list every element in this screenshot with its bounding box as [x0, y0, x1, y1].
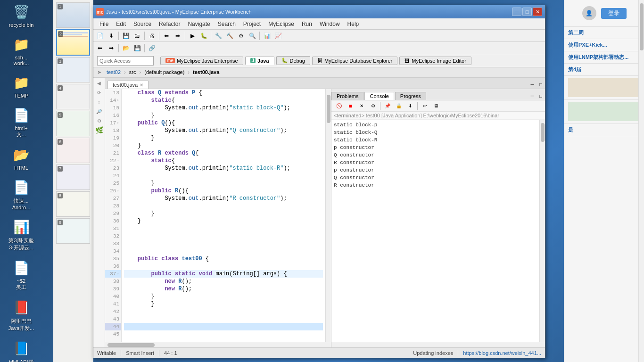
console-scroll-end-btn[interactable]: ⬇	[405, 101, 415, 111]
blog-item-3[interactable]	[564, 100, 644, 124]
close-button[interactable]: ✕	[533, 8, 542, 16]
thumbnail-7[interactable]: 7	[56, 165, 90, 190]
tb2-btn-2[interactable]: ➡	[106, 43, 116, 53]
blog-item-4[interactable]: 是	[564, 124, 644, 136]
perspective-image-editor[interactable]: 🖼 MyEclipse Image Editor	[399, 57, 471, 65]
thumbnail-5[interactable]: 5	[56, 111, 90, 136]
console-content[interactable]: static block-p static block-Q static blo…	[331, 120, 539, 342]
gutter-icon-3[interactable]: ↕	[95, 98, 103, 106]
tb-btn-6[interactable]: ➡	[173, 31, 183, 41]
gutter-icon-1[interactable]: ◀	[95, 79, 103, 87]
gutter-icon-5[interactable]: ⚙	[95, 116, 103, 125]
thumbnail-1[interactable]: 1	[56, 2, 90, 28]
menu-refactor[interactable]: Refactor	[155, 18, 184, 29]
console-display-btn[interactable]: 🖥	[431, 101, 441, 111]
html-folder-icon[interactable]: 📂 HTML	[2, 145, 40, 171]
console-pin-btn[interactable]: 📌	[382, 101, 393, 111]
tb2-btn-1[interactable]: ⬅	[95, 43, 105, 53]
console-tab-progress[interactable]: Progress	[395, 92, 426, 100]
editor-tab-close[interactable]: ✕	[140, 82, 143, 88]
console-clear-btn[interactable]: 🚫	[334, 101, 344, 111]
week3-lab-icon[interactable]: 📊 第3周·实验3·开源云...	[2, 217, 40, 251]
blog-item-4th[interactable]: 第4届	[564, 64, 644, 76]
code-lines[interactable]: class Q extends P { static{ System.out.p…	[122, 89, 325, 342]
menu-myeclipse[interactable]: MyEclipse	[264, 18, 298, 29]
perspective-java[interactable]: J Java	[245, 57, 274, 65]
gutter-icon-6[interactable]: 🌿	[95, 126, 103, 134]
menu-run[interactable]: Run	[298, 18, 316, 29]
jdk8-api-icon[interactable]: 📘 jdk8 API帮助.chm	[2, 339, 40, 362]
tb-btn-9[interactable]: ⚙	[236, 31, 246, 41]
perspective-myeclipse-java[interactable]: me MyEclipse Java Enterprise	[160, 57, 243, 65]
console-word-wrap-btn[interactable]: ↩	[420, 101, 430, 111]
menu-navigate[interactable]: Navigate	[184, 18, 214, 29]
login-button[interactable]: 登录	[601, 8, 627, 19]
quick-access-input[interactable]	[97, 56, 154, 66]
temp-folder-icon[interactable]: 📁 TEMP	[2, 73, 40, 99]
minimize-button[interactable]: ─	[512, 8, 521, 16]
recycle-bin-icon[interactable]: 🗑️ recycle bin	[2, 2, 40, 28]
temp-doc-icon[interactable]: 📄 ~$2类工	[2, 258, 40, 291]
menu-window[interactable]: Window	[316, 18, 344, 29]
editor-maximize-btn[interactable]: □	[537, 80, 545, 89]
gutter-icon-2[interactable]: ⟳	[95, 88, 103, 97]
school-work-icon[interactable]: 📁 sch...work...	[2, 35, 40, 66]
tb-btn-8[interactable]: 🔨	[224, 31, 235, 41]
console-remove-btn[interactable]: ✕	[356, 101, 367, 111]
blog-item-2[interactable]	[564, 76, 644, 100]
perspective-debug[interactable]: 🐛 Debug	[276, 56, 310, 65]
thumbnail-4[interactable]: 4	[56, 84, 90, 109]
blog-item-1[interactable]: 第二周	[564, 27, 644, 39]
console-maximize-btn[interactable]: □	[537, 91, 545, 100]
menu-help[interactable]: Help	[344, 18, 363, 29]
console-scrollbar-h[interactable]	[331, 342, 545, 347]
editor-minimize-btn[interactable]: ─	[528, 80, 537, 89]
tb-btn-5[interactable]: ⬅	[161, 31, 172, 41]
toolbar-btn-2[interactable]: ⬇	[106, 31, 116, 41]
gutter-icon-4[interactable]: 🔎	[95, 107, 103, 115]
console-tab-console[interactable]: Console	[364, 92, 394, 100]
blog-scroll-thumb[interactable]	[640, 3, 644, 50]
menu-search[interactable]: Search	[214, 18, 239, 29]
save-button[interactable]: 💾	[121, 31, 131, 41]
menu-edit[interactable]: Edit	[112, 18, 130, 29]
console-scroll-thumb[interactable]	[541, 123, 545, 142]
thumbnail-2[interactable]: 2	[56, 29, 90, 56]
html-file-icon[interactable]: 📄 html+文...	[2, 106, 40, 138]
menu-project[interactable]: Project	[239, 18, 264, 29]
save-all-button[interactable]: 🗂	[132, 31, 142, 41]
console-vertical-scroll[interactable]	[539, 120, 545, 342]
tb-btn-7[interactable]: 🔧	[213, 31, 223, 41]
maximize-button[interactable]: □	[522, 8, 532, 16]
thumbnail-9[interactable]: 9	[56, 218, 90, 244]
console-minimize-btn[interactable]: ─	[528, 91, 537, 100]
tb-btn-11[interactable]: 📊	[262, 31, 272, 41]
tb2-btn-3[interactable]: 📂	[121, 43, 131, 53]
console-btn-3[interactable]: ⚙	[368, 101, 378, 111]
editor-scroll-thumb[interactable]	[327, 95, 330, 123]
quick-android-icon[interactable]: 📄 快速...Andro...	[2, 178, 40, 210]
thumbnail-8[interactable]: 8	[56, 191, 90, 217]
blog-item-pxe[interactable]: 使用PXE+Kick...	[564, 39, 644, 51]
alibaba-java-icon[interactable]: 📕 阿里巴巴Java开发...	[2, 298, 40, 332]
tb-btn-10[interactable]: 🔍	[247, 31, 257, 41]
tb-btn-12[interactable]: 📈	[273, 31, 283, 41]
console-tab-problems[interactable]: Problems	[331, 92, 363, 100]
menu-file[interactable]: File	[96, 18, 112, 29]
console-terminate-btn[interactable]: ■	[345, 101, 355, 111]
debug-button[interactable]: 🐛	[198, 31, 209, 41]
code-content[interactable]: 13 14◦ 15 16 17◦ 18 19 20 21 22◦	[105, 89, 325, 342]
console-scroll-lock-btn[interactable]: 🔒	[394, 101, 404, 111]
editor-vertical-scroll[interactable]	[325, 89, 331, 342]
run-button[interactable]: ▶	[187, 31, 198, 41]
new-button[interactable]: 📄	[95, 31, 105, 41]
blog-item-lnmp[interactable]: 使用LNMP架构部署动态...	[564, 51, 644, 64]
blog-scrollbar[interactable]	[638, 0, 644, 362]
editor-scrollbar-h[interactable]	[105, 342, 331, 347]
thumbnail-6[interactable]: 6	[56, 138, 90, 163]
perspective-db-explorer[interactable]: 🗄 MyEclipse Database Explorer	[312, 57, 397, 65]
print-button[interactable]: 🖨	[147, 31, 157, 41]
tb2-btn-4[interactable]: 💾	[132, 43, 142, 53]
menu-source[interactable]: Source	[130, 18, 155, 29]
thumbnail-3[interactable]: 3	[56, 57, 90, 82]
